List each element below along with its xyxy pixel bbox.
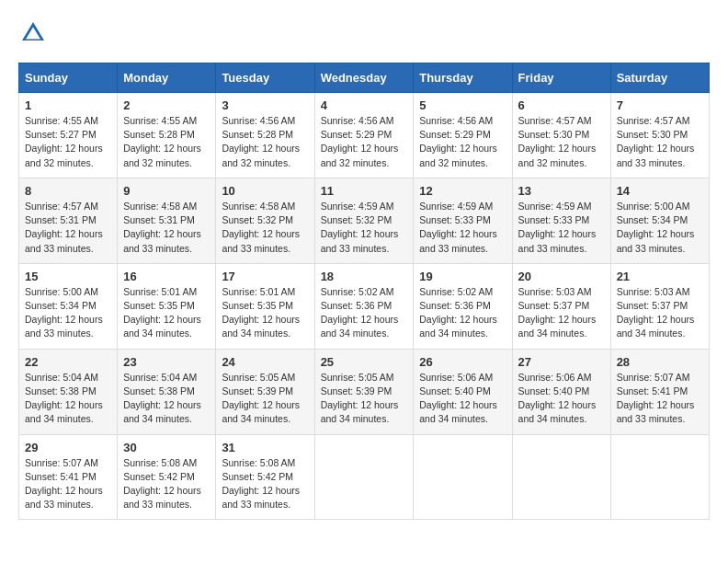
day-info: Sunrise: 4:57 AMSunset: 5:31 PMDaylight:… bbox=[25, 200, 111, 256]
day-number: 31 bbox=[222, 441, 308, 454]
calendar-cell: 5Sunrise: 4:56 AMSunset: 5:29 PMDaylight… bbox=[414, 93, 512, 178]
weekday-header: Tuesday bbox=[216, 63, 314, 93]
day-info: Sunrise: 4:59 AMSunset: 5:33 PMDaylight:… bbox=[419, 200, 506, 256]
day-info: Sunrise: 5:06 AMSunset: 5:40 PMDaylight:… bbox=[419, 371, 506, 427]
calendar-week-row: 29Sunrise: 5:07 AMSunset: 5:41 PMDayligh… bbox=[19, 434, 710, 520]
calendar-cell: 31Sunrise: 5:08 AMSunset: 5:42 PMDayligh… bbox=[216, 434, 314, 520]
day-number: 17 bbox=[222, 270, 308, 283]
day-info: Sunrise: 4:57 AMSunset: 5:30 PMDaylight:… bbox=[518, 114, 605, 170]
day-number: 16 bbox=[123, 270, 210, 283]
day-info: Sunrise: 4:58 AMSunset: 5:31 PMDaylight:… bbox=[123, 200, 210, 256]
calendar-cell: 24Sunrise: 5:05 AMSunset: 5:39 PMDayligh… bbox=[216, 349, 314, 434]
day-number: 27 bbox=[518, 355, 605, 369]
day-info: Sunrise: 4:57 AMSunset: 5:30 PMDaylight:… bbox=[617, 114, 703, 170]
day-number: 19 bbox=[419, 270, 506, 283]
day-number: 8 bbox=[25, 184, 111, 198]
calendar-cell: 7Sunrise: 4:57 AMSunset: 5:30 PMDaylight… bbox=[610, 93, 709, 178]
day-number: 29 bbox=[25, 441, 111, 454]
day-info: Sunrise: 4:58 AMSunset: 5:32 PMDaylight:… bbox=[222, 200, 308, 256]
calendar-cell bbox=[610, 434, 709, 520]
weekday-header: Thursday bbox=[414, 63, 512, 93]
calendar-week-row: 22Sunrise: 5:04 AMSunset: 5:38 PMDayligh… bbox=[19, 349, 710, 434]
day-number: 23 bbox=[123, 355, 210, 369]
day-number: 24 bbox=[222, 355, 308, 369]
calendar-cell: 16Sunrise: 5:01 AMSunset: 5:35 PMDayligh… bbox=[118, 263, 216, 349]
day-number: 5 bbox=[419, 98, 506, 112]
day-number: 7 bbox=[617, 98, 703, 112]
calendar-cell: 27Sunrise: 5:06 AMSunset: 5:40 PMDayligh… bbox=[512, 349, 610, 434]
day-info: Sunrise: 5:07 AMSunset: 5:41 PMDaylight:… bbox=[617, 371, 703, 427]
day-number: 20 bbox=[518, 270, 605, 283]
day-info: Sunrise: 5:00 AMSunset: 5:34 PMDaylight:… bbox=[617, 200, 703, 256]
day-number: 22 bbox=[25, 355, 111, 369]
calendar-cell bbox=[414, 434, 512, 520]
calendar-week-row: 15Sunrise: 5:00 AMSunset: 5:34 PMDayligh… bbox=[19, 263, 710, 349]
calendar-cell: 17Sunrise: 5:01 AMSunset: 5:35 PMDayligh… bbox=[216, 263, 314, 349]
calendar-cell: 22Sunrise: 5:04 AMSunset: 5:38 PMDayligh… bbox=[19, 349, 118, 434]
day-number: 18 bbox=[321, 270, 408, 283]
day-info: Sunrise: 4:56 AMSunset: 5:28 PMDaylight:… bbox=[222, 114, 308, 170]
day-info: Sunrise: 5:05 AMSunset: 5:39 PMDaylight:… bbox=[321, 371, 408, 427]
calendar-cell: 21Sunrise: 5:03 AMSunset: 5:37 PMDayligh… bbox=[610, 263, 709, 349]
day-number: 26 bbox=[419, 355, 506, 369]
day-info: Sunrise: 5:08 AMSunset: 5:42 PMDaylight:… bbox=[123, 456, 210, 512]
calendar-cell: 25Sunrise: 5:05 AMSunset: 5:39 PMDayligh… bbox=[314, 349, 414, 434]
day-number: 3 bbox=[222, 98, 308, 112]
day-info: Sunrise: 5:01 AMSunset: 5:35 PMDaylight:… bbox=[123, 285, 210, 341]
calendar-cell: 6Sunrise: 4:57 AMSunset: 5:30 PMDaylight… bbox=[512, 93, 610, 178]
day-number: 25 bbox=[321, 355, 408, 369]
day-info: Sunrise: 5:06 AMSunset: 5:40 PMDaylight:… bbox=[518, 371, 605, 427]
day-number: 13 bbox=[518, 184, 605, 198]
day-info: Sunrise: 5:03 AMSunset: 5:37 PMDaylight:… bbox=[617, 285, 703, 341]
calendar-cell: 13Sunrise: 4:59 AMSunset: 5:33 PMDayligh… bbox=[512, 178, 610, 263]
calendar-header-row: SundayMondayTuesdayWednesdayThursdayFrid… bbox=[19, 63, 710, 93]
day-info: Sunrise: 5:02 AMSunset: 5:36 PMDaylight:… bbox=[419, 285, 506, 341]
calendar-table: SundayMondayTuesdayWednesdayThursdayFrid… bbox=[18, 63, 710, 520]
calendar-week-row: 1Sunrise: 4:55 AMSunset: 5:27 PMDaylight… bbox=[19, 93, 710, 178]
weekday-header: Sunday bbox=[19, 63, 118, 93]
day-info: Sunrise: 5:05 AMSunset: 5:39 PMDaylight:… bbox=[222, 371, 308, 427]
weekday-header: Wednesday bbox=[314, 63, 414, 93]
day-info: Sunrise: 5:03 AMSunset: 5:37 PMDaylight:… bbox=[518, 285, 605, 341]
day-info: Sunrise: 4:55 AMSunset: 5:27 PMDaylight:… bbox=[25, 114, 111, 170]
calendar-cell: 10Sunrise: 4:58 AMSunset: 5:32 PMDayligh… bbox=[216, 178, 314, 263]
day-info: Sunrise: 5:04 AMSunset: 5:38 PMDaylight:… bbox=[123, 371, 210, 427]
day-number: 30 bbox=[123, 441, 210, 454]
calendar-cell: 15Sunrise: 5:00 AMSunset: 5:34 PMDayligh… bbox=[19, 263, 118, 349]
day-number: 9 bbox=[123, 184, 210, 198]
page-header bbox=[18, 18, 710, 48]
calendar-cell: 20Sunrise: 5:03 AMSunset: 5:37 PMDayligh… bbox=[512, 263, 610, 349]
calendar-cell: 28Sunrise: 5:07 AMSunset: 5:41 PMDayligh… bbox=[610, 349, 709, 434]
weekday-header: Saturday bbox=[610, 63, 709, 93]
day-info: Sunrise: 5:08 AMSunset: 5:42 PMDaylight:… bbox=[222, 456, 308, 512]
calendar-cell: 29Sunrise: 5:07 AMSunset: 5:41 PMDayligh… bbox=[19, 434, 118, 520]
calendar-cell bbox=[314, 434, 414, 520]
calendar-cell: 8Sunrise: 4:57 AMSunset: 5:31 PMDaylight… bbox=[19, 178, 118, 263]
calendar-cell: 14Sunrise: 5:00 AMSunset: 5:34 PMDayligh… bbox=[610, 178, 709, 263]
calendar-cell: 12Sunrise: 4:59 AMSunset: 5:33 PMDayligh… bbox=[414, 178, 512, 263]
weekday-header: Friday bbox=[512, 63, 610, 93]
day-info: Sunrise: 4:55 AMSunset: 5:28 PMDaylight:… bbox=[123, 114, 210, 170]
calendar-cell: 9Sunrise: 4:58 AMSunset: 5:31 PMDaylight… bbox=[118, 178, 216, 263]
day-info: Sunrise: 5:01 AMSunset: 5:35 PMDaylight:… bbox=[222, 285, 308, 341]
calendar-cell bbox=[512, 434, 610, 520]
day-number: 11 bbox=[321, 184, 408, 198]
day-number: 14 bbox=[617, 184, 703, 198]
day-number: 21 bbox=[617, 270, 703, 283]
day-info: Sunrise: 5:07 AMSunset: 5:41 PMDaylight:… bbox=[25, 456, 111, 512]
calendar-cell: 2Sunrise: 4:55 AMSunset: 5:28 PMDaylight… bbox=[118, 93, 216, 178]
logo bbox=[18, 18, 51, 48]
day-info: Sunrise: 5:02 AMSunset: 5:36 PMDaylight:… bbox=[321, 285, 408, 341]
day-number: 1 bbox=[25, 98, 111, 112]
day-number: 12 bbox=[419, 184, 506, 198]
day-number: 2 bbox=[123, 98, 210, 112]
weekday-header: Monday bbox=[118, 63, 216, 93]
calendar-cell: 26Sunrise: 5:06 AMSunset: 5:40 PMDayligh… bbox=[414, 349, 512, 434]
calendar-cell: 30Sunrise: 5:08 AMSunset: 5:42 PMDayligh… bbox=[118, 434, 216, 520]
day-info: Sunrise: 4:56 AMSunset: 5:29 PMDaylight:… bbox=[321, 114, 408, 170]
day-number: 15 bbox=[25, 270, 111, 283]
calendar-cell: 3Sunrise: 4:56 AMSunset: 5:28 PMDaylight… bbox=[216, 93, 314, 178]
day-info: Sunrise: 5:00 AMSunset: 5:34 PMDaylight:… bbox=[25, 285, 111, 341]
logo-icon bbox=[18, 18, 48, 48]
calendar-cell: 23Sunrise: 5:04 AMSunset: 5:38 PMDayligh… bbox=[118, 349, 216, 434]
